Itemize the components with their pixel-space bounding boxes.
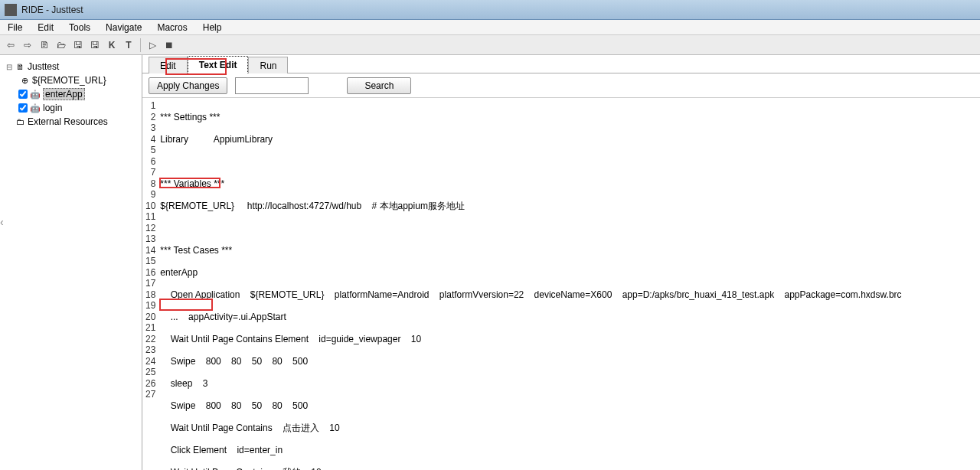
code-line: Open Application ${REMOTE_URL} platformN…: [160, 289, 901, 301]
line-number: 20: [145, 312, 155, 323]
play-icon[interactable]: ▷: [145, 38, 160, 53]
code-line: *** Test Cases ***: [160, 245, 901, 256]
stop-icon[interactable]: ⏹: [162, 38, 177, 53]
line-number: 2: [145, 112, 155, 123]
keyword-k-icon[interactable]: K: [104, 38, 119, 53]
tree-external-resources[interactable]: 🗀 External Resources: [2, 115, 140, 129]
line-number: 13: [145, 233, 155, 245]
toolbar-divider: [140, 38, 141, 52]
code-editor[interactable]: 1 2 3 4 5 6 7 8 9 10 11 12 13 14 15 16 1…: [142, 98, 980, 470]
code-line: enterApp: [160, 267, 901, 279]
line-number: 5: [145, 145, 155, 156]
line-number: 9: [145, 189, 155, 201]
line-number: 19: [145, 300, 155, 312]
code-line: [160, 156, 901, 168]
tree-variable[interactable]: ⊕ ${REMOTE_URL}: [2, 73, 140, 87]
code-line: ... appActivity=.ui.AppStart: [160, 312, 901, 323]
line-number: 6: [145, 156, 155, 168]
tag-t-icon[interactable]: T: [121, 38, 136, 53]
tree-testcase-label: enterApp: [43, 88, 85, 100]
line-number: 24: [145, 356, 155, 367]
tab-edit[interactable]: Edit: [149, 57, 188, 73]
line-number: 8: [145, 178, 155, 190]
code-line: Wait Until Page Contains 点击进入 10: [160, 423, 901, 434]
menu-edit[interactable]: Edit: [30, 20, 61, 34]
code-line: Library AppiumLibrary: [160, 134, 901, 145]
tree-variable-label: ${REMOTE_URL}: [32, 75, 106, 86]
sidebar-tree[interactable]: ⊟ 🗎 Justtest ⊕ ${REMOTE_URL} 🤖 enterApp …: [0, 55, 142, 470]
line-number: 4: [145, 134, 155, 145]
save-icon[interactable]: 🖫: [70, 38, 86, 53]
line-number: 16: [145, 267, 155, 279]
robot-icon: 🤖: [29, 89, 41, 100]
line-number: 25: [145, 367, 155, 378]
line-number: 26: [145, 378, 155, 390]
toolbar: ⇦ ⇨ 🖹 🗁 🖫 🖫 K T ▷ ⏹: [0, 35, 980, 55]
tree-testcase-login[interactable]: 🤖 login: [2, 101, 140, 115]
open-icon[interactable]: 🖹: [37, 38, 52, 53]
testcase-checkbox[interactable]: [18, 90, 28, 99]
tab-run[interactable]: Run: [248, 57, 288, 73]
search-input[interactable]: [235, 77, 309, 94]
line-number: 1: [145, 100, 155, 112]
line-number: 18: [145, 289, 155, 301]
code-line: *** Settings ***: [160, 112, 901, 123]
line-number: 15: [145, 256, 155, 267]
menu-bar: File Edit Tools Navigate Macros Help: [0, 20, 980, 35]
line-number: 21: [145, 322, 155, 334]
tree-testcase-enterapp[interactable]: 🤖 enterApp: [2, 87, 140, 101]
code-content[interactable]: *** Settings *** Library AppiumLibrary *…: [160, 98, 901, 470]
app-icon: [5, 4, 17, 16]
menu-file[interactable]: File: [0, 20, 30, 34]
code-line: Wait Until Page Contains Element id=guid…: [160, 334, 901, 345]
tree-root[interactable]: ⊟ 🗎 Justtest: [2, 60, 140, 73]
forward-icon[interactable]: ⇨: [20, 38, 35, 53]
code-line: [160, 223, 901, 234]
tab-text-edit[interactable]: Text Edit: [188, 56, 249, 73]
tree-testcase-label: login: [43, 103, 62, 113]
code-line: Swipe 800 80 50 80 500: [160, 400, 901, 412]
menu-tools[interactable]: Tools: [61, 20, 98, 34]
robot-icon: 🤖: [29, 103, 41, 113]
line-number: 27: [145, 389, 155, 400]
line-number: 23: [145, 344, 155, 356]
line-number: 14: [145, 245, 155, 256]
folder-icon[interactable]: 🗁: [54, 38, 69, 53]
collapse-icon[interactable]: ⊟: [5, 63, 14, 71]
code-line: ${REMOTE_URL} http://localhost:4727/wd/h…: [160, 201, 901, 212]
collapse-chevron-icon[interactable]: ‹: [0, 216, 4, 228]
tree-root-label: Justtest: [28, 61, 59, 72]
editor-toolbar: Apply Changes Search: [142, 73, 980, 98]
menu-help[interactable]: Help: [195, 20, 230, 34]
menu-macros[interactable]: Macros: [149, 20, 194, 34]
saveall-icon[interactable]: 🖫: [87, 38, 103, 53]
title-bar: RIDE - Justtest: [0, 0, 980, 20]
line-number: 3: [145, 122, 155, 134]
line-number: 10: [145, 201, 155, 212]
line-number: 11: [145, 211, 155, 223]
apply-changes-button[interactable]: Apply Changes: [149, 77, 227, 94]
line-number: 12: [145, 223, 155, 234]
variable-icon: ⊕: [18, 75, 31, 86]
menu-navigate[interactable]: Navigate: [98, 20, 149, 34]
line-number: 22: [145, 334, 155, 345]
code-line: *** Variables ***: [160, 178, 901, 190]
line-number-gutter: 1 2 3 4 5 6 7 8 9 10 11 12 13 14 15 16 1…: [142, 98, 160, 470]
editor-tabs: Edit Text Edit Run: [142, 55, 980, 73]
testcase-checkbox[interactable]: [18, 103, 28, 113]
search-button[interactable]: Search: [347, 77, 411, 94]
suite-icon: 🗎: [14, 61, 26, 72]
code-line: Wait Until Page Contains 我的 10: [160, 467, 901, 471]
tree-external-label: External Resources: [28, 116, 108, 127]
folder-icon: 🗀: [14, 116, 26, 127]
code-line: Click Element id=enter_in: [160, 445, 901, 456]
back-icon[interactable]: ⇦: [3, 38, 18, 53]
code-line: sleep 3: [160, 378, 901, 390]
line-number: 17: [145, 278, 155, 289]
code-line: Swipe 800 80 50 80 500: [160, 356, 901, 367]
editor-panel: Edit Text Edit Run Apply Changes Search …: [142, 55, 980, 470]
line-number: 7: [145, 167, 155, 178]
window-title: RIDE - Justtest: [21, 5, 83, 15]
